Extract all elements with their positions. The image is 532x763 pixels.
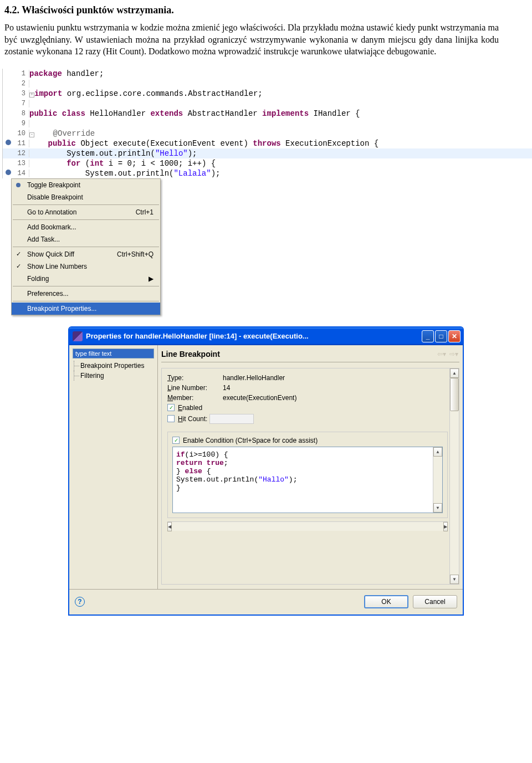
code-vscrollbar[interactable]: ▲▼ [433,447,442,513]
menu-item-label: Folding [27,275,49,283]
menu-item[interactable]: ✓Show Line Numbers [12,260,160,273]
forward-arrow-icon[interactable]: ⇨▾ [449,350,459,358]
type-label: Type: [167,374,223,382]
line-number: 3 [14,90,29,98]
tree-item-label: Filtering [80,372,104,380]
category-tree-panel: Breakpoint PropertiesFiltering [69,345,158,589]
help-icon[interactable]: ? [75,597,85,607]
menu-item-label: Preferences... [27,290,69,298]
type-value: handler.HelloHandler [223,374,285,382]
menu-separator [13,247,159,247]
code-line[interactable]: 12 System.out.println("Hello"); [3,148,532,158]
panel-vscrollbar[interactable]: ▲ ▼ [449,368,459,584]
gutter-context-menu: Toggle BreakpointDisable BreakpointGo to… [11,178,161,315]
close-button[interactable]: ✕ [448,330,461,342]
line-number: 1 [14,70,29,78]
line-number: 7 [14,100,29,107]
document-text: 4.2. Właściwości punktów wstrzymania. Po… [0,0,532,69]
tree-item[interactable]: Filtering [73,371,154,381]
menu-item[interactable]: Breakpoint Properties... [12,303,160,315]
menu-item[interactable]: Folding▶ [12,273,160,285]
code-line[interactable]: 10- @Override [3,129,532,139]
code-line[interactable]: 3+import org.eclipse.core.commands.Abstr… [3,89,532,99]
condition-group: ✓ Enable Condition (Ctrl+Space for code … [167,432,448,518]
enabled-label: Enabled [178,404,202,412]
menu-item-label: Toggle Breakpoint [27,181,80,189]
line-number: 10 [14,130,29,137]
line-number: 11 [14,140,29,147]
breakpoint-marker-icon[interactable] [6,170,11,175]
code-line[interactable]: 2 [3,79,532,89]
cancel-button[interactable]: Cancel [413,595,457,608]
panel-hscrollbar[interactable]: ◀▶ [167,521,448,531]
panel-title: Line Breakpoint [161,350,220,359]
check-icon: ✓ [16,250,21,258]
menu-shortcut: Ctrl+1 [125,208,154,216]
menu-separator [13,219,159,220]
code-line[interactable]: 11 public Object execute(ExecutionEvent … [3,139,532,148]
menu-item-label: Add Bookmark... [27,223,76,231]
eclipse-icon [73,331,83,341]
menu-item-label: Go to Annotation [27,208,76,216]
minimize-button[interactable]: _ [422,330,434,342]
menu-item[interactable]: ✓Show Quick DiffCtrl+Shift+Q [12,248,160,260]
back-arrow-icon[interactable]: ⇦▾ [437,350,447,358]
line-number: 9 [14,120,29,127]
fold-toggle-icon[interactable]: + [29,93,34,98]
code-editor[interactable]: 1package handler;23+import org.eclipse.c… [2,69,532,178]
section-title: 4.2. Właściwości punktów wstrzymania. [4,4,499,16]
menu-item-label: Breakpoint Properties... [27,305,96,313]
ok-button[interactable]: OK [364,595,408,608]
main-panel: Line Breakpoint ⇦▾ ⇨▾ Type: handler.Hell… [158,345,463,589]
tree-item[interactable]: Breakpoint Properties [73,361,154,371]
hitcount-label: Hit Count: [178,415,207,423]
menu-item[interactable]: Preferences... [12,288,160,300]
menu-item-label: Add Task... [27,235,60,243]
enabled-checkbox[interactable]: ✓ [167,404,175,411]
line-number: 13 [14,160,29,167]
dialog-title: Properties for handler.HelloHandler [lin… [86,332,309,340]
code-line[interactable]: 1package handler; [3,69,532,79]
line-number: 14 [14,170,29,177]
menu-item-label: Show Quick Diff [27,250,74,258]
breakpoint-properties-dialog: Properties for handler.HelloHandler [lin… [68,326,464,616]
menu-separator [13,286,159,286]
menu-separator [13,301,159,301]
menu-item[interactable]: Toggle Breakpoint [12,179,160,191]
maximize-button[interactable]: □ [435,330,447,342]
menu-item-label: Show Line Numbers [27,263,87,270]
menu-item[interactable]: Add Bookmark... [12,221,160,233]
code-line[interactable]: 14 System.out.println("Lalala"); [3,168,532,178]
menu-item[interactable]: Add Task... [12,233,160,245]
condition-label: Enable Condition (Ctrl+Space for code as… [183,437,318,444]
menu-item[interactable]: Disable Breakpoint [12,191,160,203]
hitcount-checkbox[interactable] [167,415,175,422]
fold-toggle-icon[interactable]: - [29,132,34,137]
condition-checkbox[interactable]: ✓ [172,437,180,444]
dialog-footer: ? OK Cancel [69,589,463,615]
line-value: 14 [223,384,230,392]
line-number: 8 [14,110,29,117]
paragraph: Po ustawieniu punktu wstrzymania w kodzi… [4,22,499,58]
member-label: Member: [167,394,223,402]
member-value: execute(ExecutionEvent) [223,394,296,402]
code-line[interactable]: 8public class HelloHandler extends Abstr… [3,109,532,119]
menu-item[interactable]: Go to AnnotationCtrl+1 [12,206,160,218]
tree-item-label: Breakpoint Properties [80,362,144,370]
dialog-titlebar[interactable]: Properties for handler.HelloHandler [lin… [69,327,463,345]
menu-item-label: Disable Breakpoint [27,193,83,201]
submenu-arrow-icon: ▶ [149,275,154,283]
line-number: 2 [14,80,29,88]
line-label: Line Number: [167,384,223,392]
line-number: 12 [14,150,29,157]
condition-code-input[interactable]: if(i>=100) { return true;} else { System… [172,447,443,513]
breakpoint-bullet-icon [16,183,21,187]
menu-separator [13,204,159,205]
hitcount-input[interactable] [209,414,254,424]
filter-input[interactable] [73,349,154,359]
code-line[interactable]: 7 [3,99,532,109]
code-line[interactable]: 9 [3,119,532,129]
breakpoint-marker-icon[interactable] [6,140,11,145]
check-icon: ✓ [16,263,21,270]
code-line[interactable]: 13 for (int i = 0; i < 1000; i++) { [3,158,532,168]
